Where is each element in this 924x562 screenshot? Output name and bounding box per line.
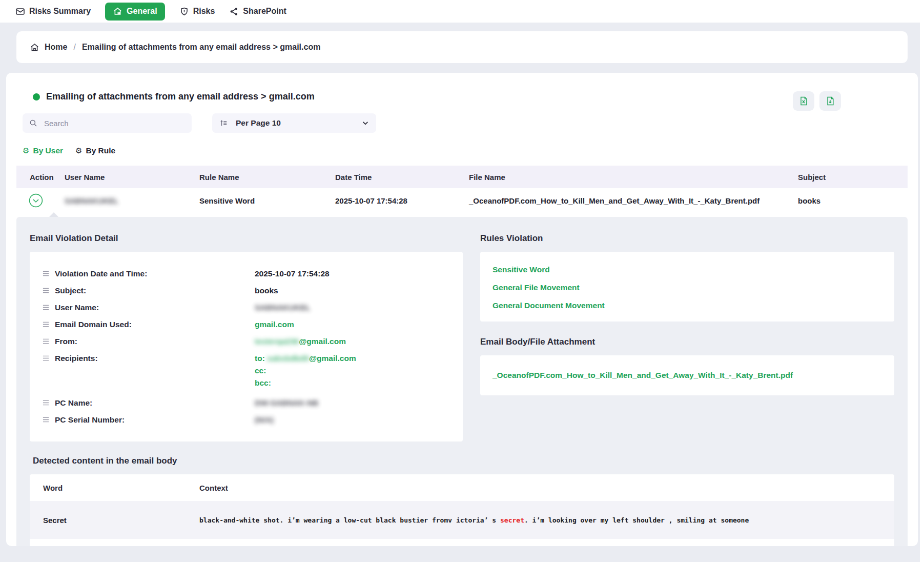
- recipient-to-domain: @gmail.com: [309, 354, 356, 363]
- detected-header-row: Word Context: [30, 474, 894, 501]
- nav-risks-summary[interactable]: Risks Summary: [15, 7, 91, 16]
- per-page-list-icon: [219, 118, 229, 128]
- field-user-name: User Name: SABNAKUKEL: [42, 299, 450, 316]
- email-violation-detail-section: Email Violation Detail Violation Date an…: [30, 229, 463, 441]
- title-row: Emailing of attachments from any email a…: [33, 91, 908, 102]
- field-value-redacted: (N/A): [255, 415, 274, 424]
- field-pc-serial: PC Serial Number: (N/A): [42, 411, 450, 428]
- tab-by-rule[interactable]: ⚙ By Rule: [75, 146, 115, 155]
- detail-pointer: [49, 212, 58, 217]
- hamburger-icon: [42, 338, 50, 345]
- detected-row: Internal about eating and drinking in fr…: [30, 539, 894, 546]
- col-header-context: Context: [186, 484, 894, 492]
- rule-link[interactable]: Sensitive Word: [492, 265, 882, 274]
- export-pdf-button[interactable]: [819, 91, 841, 111]
- breadcrumb-home-link[interactable]: Home: [45, 43, 67, 52]
- cell-rule-name: Sensitive Word: [192, 196, 328, 205]
- detected-row: Secret black-and-white shot. i’m wearing…: [30, 501, 894, 539]
- recipient-cc: cc:: [255, 366, 450, 375]
- export-pdf-icon: [825, 96, 835, 106]
- hamburger-icon: [42, 287, 50, 294]
- share-icon: [229, 7, 239, 16]
- row-detail-panel: Email Violation Detail Violation Date an…: [16, 217, 908, 546]
- field-recipients: Recipients: to: sabsbdbd9@gmail.com cc: …: [42, 350, 450, 394]
- field-label: Violation Date and Time:: [55, 269, 147, 278]
- export-excel-button[interactable]: [793, 91, 814, 111]
- scrollbar-track[interactable]: [920, 0, 924, 562]
- detected-word: Secret: [30, 516, 186, 525]
- status-dot-icon: [33, 93, 40, 101]
- rule-link[interactable]: General File Movement: [492, 283, 882, 292]
- recipient-to: to: sabsbdbd9@gmail.com: [255, 354, 450, 363]
- rules-violation-section: Rules Violation Sensitive Word General F…: [480, 229, 894, 441]
- violation-detail-panel: Violation Date and Time: 2025-10-07 17:5…: [30, 252, 463, 441]
- field-value: gmail.com: [255, 320, 450, 329]
- field-label: Recipients:: [55, 354, 98, 363]
- chevron-down-icon: [362, 119, 369, 127]
- field-label: Email Domain Used:: [55, 320, 132, 329]
- export-buttons: [793, 91, 841, 111]
- chevron-down-circle-icon: [29, 193, 43, 208]
- hamburger-icon: [42, 355, 50, 362]
- field-label: User Name:: [55, 303, 99, 312]
- nav-risks[interactable]: Risks: [179, 7, 215, 16]
- recipient-to-redacted: sabsbdbd9: [267, 354, 309, 363]
- col-header-user-name: User Name: [57, 173, 192, 182]
- search-box: [23, 113, 192, 133]
- field-label: PC Name:: [55, 398, 92, 408]
- field-label: PC Serial Number:: [55, 415, 125, 425]
- field-value-redacted: DW-SABNAK-NB: [255, 398, 319, 407]
- table-row: SABNAKUKEL Sensitive Word 2025-10-07 17:…: [16, 188, 908, 213]
- table-header-row: Action User Name Rule Name Date Time Fil…: [16, 166, 908, 188]
- nav-label: Risks Summary: [29, 7, 91, 16]
- section-title: Email Body/File Attachment: [480, 337, 894, 347]
- report-card: Emailing of attachments from any email a…: [6, 73, 918, 546]
- cell-date-time: 2025-10-07 17:54:28: [328, 196, 462, 205]
- gear-icon: ⚙: [75, 147, 82, 155]
- per-page-value: Per Page 10: [236, 118, 355, 128]
- breadcrumb-current: Emailing of attachments from any email a…: [82, 43, 320, 52]
- home-icon: [113, 7, 122, 16]
- from-address-domain: @gmail.com: [299, 337, 346, 346]
- view-tabs: ⚙ By User ⚙ By Rule: [23, 146, 908, 155]
- breadcrumb: Home / Emailing of attachments from any …: [16, 31, 908, 63]
- col-header-word: Word: [30, 484, 186, 492]
- cell-subject: books: [791, 196, 908, 205]
- section-title: Email Violation Detail: [30, 233, 463, 244]
- field-value: 2025-10-07 17:54:28: [255, 269, 450, 278]
- cell-file-name: _OceanofPDF.com_How_to_Kill_Men_and_Get_…: [462, 196, 791, 205]
- field-violation-datetime: Violation Date and Time: 2025-10-07 17:5…: [42, 265, 450, 282]
- envelope-icon: [15, 7, 25, 16]
- hamburger-icon: [42, 399, 50, 406]
- toolbar: Per Page 10: [23, 113, 908, 133]
- shield-exclamation-icon: [179, 7, 189, 16]
- field-subject: Subject: books: [42, 282, 450, 299]
- home-icon: [30, 43, 39, 52]
- rule-link[interactable]: General Document Movement: [492, 301, 882, 310]
- breadcrumb-separator: /: [73, 43, 75, 52]
- nav-label: Risks: [193, 7, 215, 16]
- col-header-subject: Subject: [791, 173, 908, 182]
- field-value-redacted: SABNAKUKEL: [255, 303, 311, 312]
- hamburger-icon: [42, 321, 50, 328]
- nav-general[interactable]: General: [105, 3, 165, 21]
- top-nav: Risks Summary General Risks SharePoint: [0, 0, 924, 23]
- highlighted-word: secret: [500, 516, 524, 524]
- export-excel-icon: [798, 96, 809, 106]
- violations-table: Action User Name Rule Name Date Time Fil…: [16, 166, 908, 213]
- tab-label: By User: [33, 146, 63, 155]
- rules-violation-panel: Sensitive Word General File Movement Gen…: [480, 252, 894, 322]
- col-header-action: Action: [16, 173, 57, 182]
- detected-content-title: Detected content in the email body: [33, 456, 894, 466]
- per-page-select[interactable]: Per Page 10: [212, 113, 376, 133]
- hamburger-icon: [42, 416, 50, 423]
- search-input[interactable]: [44, 119, 186, 128]
- tab-by-user[interactable]: ⚙ By User: [23, 146, 63, 155]
- field-label: From:: [55, 337, 77, 346]
- col-header-date-time: Date Time: [328, 173, 462, 182]
- attachment-file-link[interactable]: _OceanofPDF.com_How_to_Kill_Men_and_Get_…: [492, 371, 793, 380]
- detected-context: black-and-white shot. i’m wearing a low-…: [186, 516, 894, 524]
- nav-sharepoint[interactable]: SharePoint: [229, 7, 286, 16]
- tab-label: By Rule: [86, 146, 116, 155]
- expand-row-button[interactable]: [29, 193, 43, 208]
